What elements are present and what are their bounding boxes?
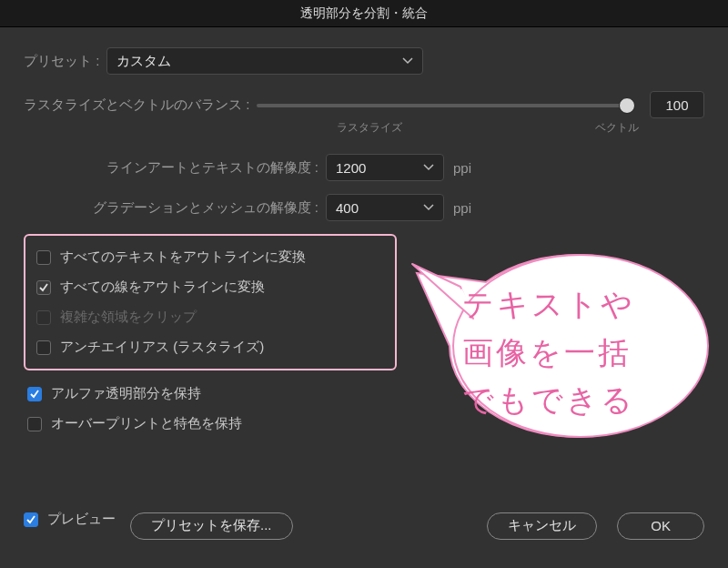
window-title: 透明部分を分割・統合	[300, 5, 428, 22]
balance-slider[interactable]	[257, 95, 635, 115]
preset-label: プリセット :	[24, 53, 99, 70]
gradient-res-label: グラデーションとメッシュの解像度 :	[24, 199, 318, 217]
balance-left-label: ラスタライズ	[337, 120, 402, 136]
checkbox-preview[interactable]: プレビュー	[24, 511, 116, 528]
bottom-bar: プレビュー プリセットを保存... キャンセル OK	[24, 511, 704, 541]
annotation-text: テキストや 画像を一括 でもできる	[462, 280, 635, 424]
window-titlebar: 透明部分を分割・統合	[0, 0, 728, 27]
chevron-down-icon	[423, 204, 434, 211]
ppi-unit: ppi	[453, 160, 471, 176]
preset-row: プリセット : カスタム	[24, 47, 704, 75]
gradient-res-select[interactable]: 400	[326, 194, 444, 221]
checkbox-icon	[36, 340, 51, 355]
chevron-down-icon	[423, 164, 434, 171]
line-art-res-label: ラインアートとテキストの解像度 :	[24, 159, 318, 177]
annotation-bubble: テキストや 画像を一括 でもできる	[408, 246, 710, 446]
checkbox-label: すべてのテキストをアウトラインに変換	[60, 248, 306, 266]
checkbox-text-outline[interactable]: すべてのテキストをアウトラインに変換	[36, 248, 384, 266]
save-preset-button[interactable]: プリセットを保存...	[130, 512, 293, 540]
slider-track	[257, 104, 635, 107]
chevron-down-icon	[402, 57, 413, 65]
highlighted-check-group: すべてのテキストをアウトラインに変換 すべての線をアウトラインに変換 複雑な領域…	[24, 234, 397, 370]
checkbox-checked-icon	[27, 387, 42, 401]
cancel-button[interactable]: キャンセル	[487, 512, 597, 540]
gradient-res-row: グラデーションとメッシュの解像度 : 400 ppi	[24, 194, 704, 221]
slider-thumb[interactable]	[619, 97, 635, 114]
checkbox-icon	[36, 250, 51, 265]
line-art-res-value: 1200	[336, 160, 366, 176]
checkbox-label: すべての線をアウトラインに変換	[60, 279, 265, 296]
gradient-res-value: 400	[336, 200, 359, 216]
checkbox-checked-icon	[24, 512, 38, 527]
checkbox-antialias[interactable]: アンチエイリアス (ラスタライズ)	[36, 339, 384, 356]
line-art-res-row: ラインアートとテキストの解像度 : 1200 ppi	[24, 154, 704, 181]
balance-row: ラスタライズとベクトルのバランス :	[24, 91, 704, 118]
checkbox-icon	[27, 417, 42, 431]
checkbox-label: 複雑な領域をクリップ	[60, 309, 197, 326]
line-art-res-select[interactable]: 1200	[326, 154, 444, 181]
checkbox-label: アンチエイリアス (ラスタライズ)	[60, 339, 264, 356]
preset-select[interactable]: カスタム	[106, 47, 423, 75]
checkbox-label: プレビュー	[47, 511, 116, 528]
ok-button[interactable]: OK	[617, 512, 704, 540]
checkbox-clip-complex: 複雑な領域をクリップ	[36, 309, 384, 326]
checkbox-stroke-outline[interactable]: すべての線をアウトラインに変換	[36, 279, 384, 296]
checkbox-checked-icon	[36, 280, 51, 295]
balance-axis-labels: ラスタライズ ベクトル	[24, 120, 704, 136]
checkbox-label: アルファ透明部分を保持	[51, 385, 201, 402]
balance-label: ラスタライズとベクトルのバランス :	[24, 96, 249, 114]
dialog-content: プリセット : カスタム ラスタライズとベクトルのバランス : ラスタライズ ベ…	[0, 27, 728, 568]
balance-value-input[interactable]	[650, 91, 704, 118]
checkbox-label: オーバープリントと特色を保持	[51, 415, 242, 432]
balance-right-label: ベクトル	[595, 120, 639, 136]
ppi-unit: ppi	[453, 200, 471, 216]
preset-value: カスタム	[116, 53, 171, 70]
checkbox-disabled-icon	[36, 310, 51, 325]
